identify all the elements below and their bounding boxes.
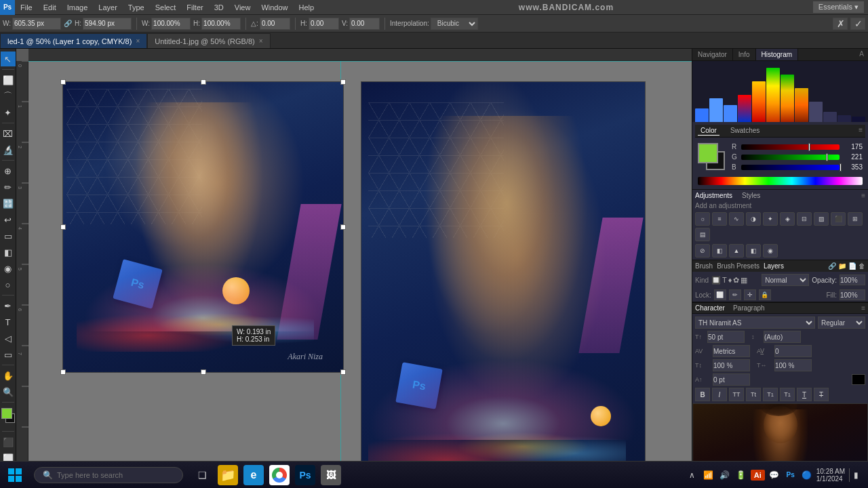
r-slider[interactable] [741, 144, 840, 150]
opt-width-input[interactable] [12, 18, 61, 30]
super-btn[interactable]: T1 [763, 388, 778, 401]
tool-marquee-rect[interactable]: ⬜ [1, 73, 16, 87]
menu-filter[interactable]: Filter [181, 2, 208, 13]
taskbar-chrome[interactable] [267, 463, 292, 487]
caps-btn[interactable]: TT [729, 388, 744, 401]
b-slider[interactable] [741, 165, 840, 170]
tool-quick-mask[interactable]: ⬛ [1, 434, 16, 449]
baseline-input[interactable] [713, 373, 750, 386]
tool-gradient[interactable]: ◧ [1, 245, 16, 260]
menu-file[interactable]: File [15, 2, 38, 13]
kern-input[interactable] [713, 345, 750, 357]
hscale-input[interactable] [774, 359, 812, 371]
opt-cancel-btn[interactable]: ✗ [833, 18, 848, 30]
leading-input[interactable] [764, 331, 801, 343]
adj-icon-brightness[interactable]: ☼ [695, 212, 710, 226]
ai-label[interactable]: Ai [751, 470, 765, 481]
handle-tr[interactable] [340, 79, 346, 85]
opt-hskew-input[interactable] [309, 18, 339, 30]
opacity-input[interactable] [840, 274, 865, 285]
sys-icon-up[interactable]: ∧ [686, 468, 699, 482]
menu-image[interactable]: Image [62, 2, 94, 13]
tab-info[interactable]: Info [733, 49, 756, 60]
color-panel-opts[interactable]: ≡ [859, 126, 863, 136]
handle-br[interactable] [340, 369, 346, 375]
menu-edit[interactable]: Edit [38, 2, 62, 13]
lock-pixels-btn[interactable]: ⬜ [714, 289, 726, 300]
menu-view[interactable]: View [229, 2, 256, 13]
handle-bc[interactable] [201, 369, 206, 375]
tool-quick-select[interactable]: ✦ [1, 105, 16, 120]
windows-button[interactable] [3, 463, 27, 487]
tool-type[interactable]: T [1, 314, 16, 329]
tab-navigator[interactable]: Navigator [692, 49, 733, 60]
adj-panel-opts[interactable]: ≡ [861, 192, 865, 199]
adj-icon-invert[interactable]: ⊘ [695, 244, 710, 258]
font-family-select[interactable]: TH Niramit AS [695, 317, 815, 329]
tab-layers[interactable]: Layers [764, 262, 784, 270]
g-slider[interactable] [741, 155, 840, 160]
layers-delete-icon[interactable]: 🗑 [859, 262, 865, 270]
tool-zoom[interactable]: 🔍 [1, 384, 16, 399]
kind-icon3[interactable]: ♦ [728, 276, 732, 285]
menu-help[interactable]: Help [294, 2, 320, 13]
opt-interp-select[interactable]: Bicubic [431, 18, 478, 30]
tab-styles[interactable]: Styles [742, 192, 760, 199]
opt-scale-x-input[interactable] [151, 18, 191, 30]
sys-icon-msg[interactable]: 💬 [768, 468, 781, 482]
show-desktop-btn[interactable]: ▮ [849, 468, 863, 482]
tab-color[interactable]: Color [698, 126, 719, 136]
essentials-button[interactable]: Essentials ▾ [813, 1, 864, 13]
vscale-input[interactable] [713, 359, 750, 371]
opt-confirm-btn[interactable]: ✓ [850, 18, 865, 30]
tab-swatches[interactable]: Swatches [728, 126, 762, 136]
adj-icon-exposure[interactable]: ◑ [746, 212, 761, 226]
right-panel-options[interactable]: A [855, 49, 868, 60]
handle-tc[interactable] [201, 79, 206, 85]
tab-led-close[interactable]: × [136, 37, 140, 45]
fill-input[interactable] [840, 289, 865, 300]
menu-window[interactable]: Window [256, 2, 293, 13]
canvas-content[interactable]: Ps Akari Niza [28, 61, 692, 473]
track-input[interactable] [774, 345, 812, 357]
opt-rot-input[interactable] [260, 18, 290, 30]
kind-icon2[interactable]: T [722, 276, 727, 285]
canvas-area[interactable]: 0 1 2 3 4 5 6 7 8 9 [16, 49, 692, 473]
menu-select[interactable]: Select [150, 2, 182, 13]
text-color-box[interactable] [852, 374, 865, 385]
tab-paragraph[interactable]: Paragraph [733, 304, 765, 312]
tool-dodge[interactable]: ○ [1, 277, 16, 292]
adj-icon-vibrance[interactable]: ✦ [763, 212, 778, 226]
tool-stamp[interactable]: 🔡 [1, 196, 16, 211]
tool-history-brush[interactable]: ↩ [1, 212, 16, 227]
layers-link-icon[interactable]: 🔗 [828, 262, 836, 270]
tool-eraser[interactable]: ▭ [1, 228, 16, 243]
taskbar-search[interactable]: 🔍 [34, 467, 183, 483]
menu-type[interactable]: Type [123, 2, 150, 13]
handle-mr[interactable] [340, 224, 346, 230]
adj-icon-colorbalance[interactable]: ⊟ [797, 212, 812, 226]
tab-brush-presets[interactable]: Brush Presets [717, 262, 760, 270]
tool-shape[interactable]: ▭ [1, 347, 16, 362]
blend-mode-select[interactable]: Normal [762, 274, 809, 286]
adj-icon-gradmap[interactable]: ◧ [746, 244, 761, 258]
tool-brush[interactable]: ✏ [1, 180, 16, 195]
opt-scale-y-input[interactable] [201, 18, 241, 30]
tool-move[interactable]: ↖ [1, 52, 16, 66]
tab-adjustments[interactable]: Adjustments [695, 192, 732, 199]
opt-height-input[interactable] [83, 18, 132, 30]
foreground-color[interactable] [1, 408, 12, 419]
opt-vskew-input[interactable] [349, 18, 380, 30]
taskbar-ie[interactable]: e [241, 463, 266, 487]
adj-icon-bw[interactable]: ▨ [814, 212, 829, 226]
adj-icon-channelmix[interactable]: ⊞ [848, 212, 863, 226]
taskbar-search-input[interactable] [57, 471, 165, 479]
opt-link[interactable]: 🔗 [64, 20, 72, 27]
sys-icon-volume[interactable]: 🔊 [718, 468, 732, 482]
color-gradient-bar[interactable] [698, 177, 863, 185]
kind-icon4[interactable]: ✿ [733, 276, 739, 285]
sys-icon-extra[interactable]: 🔵 [800, 468, 814, 482]
adj-icon-selectcolor[interactable]: ◉ [763, 244, 778, 258]
lock-all-btn[interactable]: 🔒 [759, 289, 771, 300]
bold-btn[interactable]: B [695, 388, 710, 401]
